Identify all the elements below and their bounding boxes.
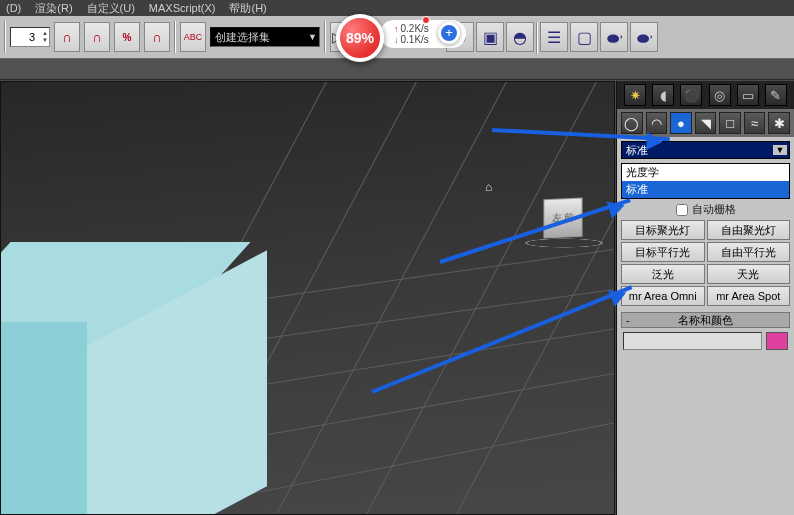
spacewarps-cat-icon[interactable]: ≈ [744,112,766,134]
free-direct-button[interactable]: 自由平行光 [707,242,791,262]
object-name-input[interactable] [623,332,762,350]
menu-custom[interactable]: 自定义(U) [87,1,135,16]
snap-toggle-1-icon[interactable]: ∩ [54,22,80,52]
dropdown-opt-photometric[interactable]: 光度学 [622,164,789,181]
add-action-badge[interactable] [438,22,460,44]
grid-line [278,81,615,515]
cameras-cat-icon[interactable]: ◥ [695,112,717,134]
grid-line [368,81,615,515]
light-buttons-grid: 目标聚光灯 自由聚光灯 目标平行光 自由平行光 泛光 天光 mr Area Om… [621,220,790,306]
spinner-value[interactable]: 3 [10,27,50,47]
shapes-cat-icon[interactable]: ◠ [646,112,668,134]
viewcube[interactable]: 左 前 [525,190,603,262]
create-category-tabs: ◯ ◠ ● ◥ □ ≈ ✱ [617,109,794,137]
toolbar-separator [324,21,326,53]
named-selection-label: 创建选择集 [215,30,270,45]
light-type-dropdown[interactable]: 光度学 标准 [621,163,790,199]
command-panel: ✷ ◖ ⚫ ◎ ▭ ✎ ◯ ◠ ● ◥ □ ≈ ✱ 标准 光度学 标准 自动栅格… [616,81,794,515]
cube-front-face [0,322,87,515]
autogrid-row: 自动栅格 [617,202,794,217]
render-setup-icon[interactable]: ☰ [540,22,568,52]
viewport[interactable]: ⌂ 左 前 [0,81,615,515]
snap-toggle-3-icon[interactable]: % [114,22,140,52]
scene-box-object[interactable] [0,242,201,502]
viewcube-ring[interactable] [525,238,603,247]
schematic-view-icon[interactable]: ▣ [476,22,504,52]
snap-toggle-4-icon[interactable]: ∩ [144,22,170,52]
menu-help[interactable]: 帮助(H) [229,1,266,16]
spinner-value-text: 3 [29,31,35,43]
accelerator-badge[interactable]: 89% [336,14,384,62]
toolbar-separator [4,21,6,53]
notification-dot-icon [422,16,430,24]
material-editor-icon[interactable]: ◓ [506,22,534,52]
free-spot-button[interactable]: 自由聚光灯 [707,220,791,240]
motion-tab-icon[interactable]: ◎ [709,84,731,106]
name-and-color-label: 名称和颜色 [678,313,733,328]
hierarchy-tab-icon[interactable]: ⚫ [680,84,702,106]
badge-percent: 89% [346,30,374,46]
named-selection-combo[interactable]: 创建选择集 [210,27,320,47]
autogrid-checkbox[interactable] [676,204,688,216]
toolbar-separator [536,22,538,54]
rollout-collapse-icon: - [626,314,630,326]
menu-maxscript[interactable]: MAXScript(X) [149,2,216,14]
helpers-cat-icon[interactable]: □ [719,112,741,134]
create-tab-icon[interactable]: ✷ [624,84,646,106]
lights-cat-icon[interactable]: ● [670,112,692,134]
autogrid-label: 自动栅格 [692,202,736,217]
systems-cat-icon[interactable]: ✱ [768,112,790,134]
snap-toggle-2-icon[interactable]: ∩ [84,22,110,52]
skylight-button[interactable]: 天光 [707,264,791,284]
menu-bar: (D) 渲染(R) 自定义(U) MAXScript(X) 帮助(H) [0,0,794,16]
toolbar-separator [174,21,176,53]
scene-toolbar-strip [0,58,794,80]
teapot-icon [604,28,624,46]
dropdown-opt-standard[interactable]: 标准 [622,181,789,198]
menu-d[interactable]: (D) [6,2,21,14]
geometry-cat-icon[interactable]: ◯ [621,112,643,134]
target-spot-button[interactable]: 目标聚光灯 [621,220,705,240]
menu-render[interactable]: 渲染(R) [35,1,72,16]
viewcube-home-icon[interactable]: ⌂ [485,180,492,194]
render-teapot-icon[interactable] [600,22,628,52]
utilities-tab-icon[interactable]: ✎ [765,84,787,106]
target-direct-button[interactable]: 目标平行光 [621,242,705,262]
edit-named-sel-icon[interactable]: ABC [180,22,206,52]
command-panel-tabs: ✷ ◖ ⚫ ◎ ▭ ✎ [617,81,794,109]
render-production-icon[interactable] [630,22,658,52]
rendered-frame-icon[interactable]: ▢ [570,22,598,52]
omni-button[interactable]: 泛光 [621,264,705,284]
light-type-combo-label: 标准 [626,143,648,158]
name-color-row [623,332,788,350]
display-tab-icon[interactable]: ▭ [737,84,759,106]
object-color-swatch[interactable] [766,332,788,350]
name-and-color-rollout[interactable]: - 名称和颜色 [621,312,790,328]
mr-area-spot-button[interactable]: mr Area Spot [707,286,791,306]
modify-tab-icon[interactable]: ◖ [652,84,674,106]
toolbar-right-group: ∿ ▣ ◓ ☰ ▢ [446,22,658,54]
teapot-icon [634,28,654,46]
